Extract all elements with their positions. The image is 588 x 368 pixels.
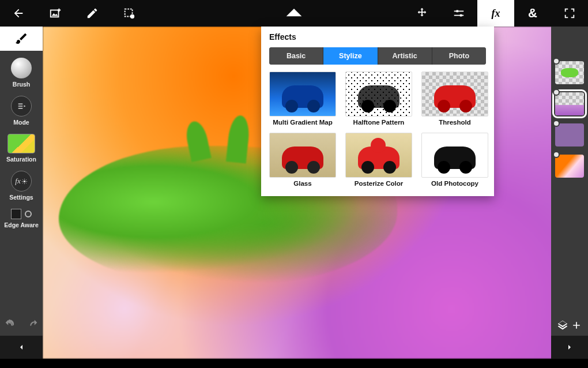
selection-gear-icon xyxy=(123,7,135,20)
right-sidebar xyxy=(551,27,588,359)
settings-label: Settings xyxy=(9,194,33,201)
svg-rect-4 xyxy=(460,14,462,17)
svg-rect-3 xyxy=(456,10,458,13)
effect-item-5[interactable]: Old Photocopy xyxy=(421,133,488,187)
layer-thumb-2[interactable] xyxy=(555,123,584,147)
layer-thumb-1[interactable] xyxy=(555,92,584,115)
effects-tab-basic[interactable]: Basic xyxy=(269,47,323,65)
svg-point-2 xyxy=(130,14,134,18)
image-plus-icon xyxy=(49,7,62,20)
effects-tab-stylize[interactable]: Stylize xyxy=(323,47,378,65)
effect-label: Halftone Pattern xyxy=(353,119,405,126)
saturation-icon xyxy=(7,134,35,153)
mode-label: Mode xyxy=(13,119,29,126)
effect-thumb xyxy=(421,133,488,178)
back-button[interactable] xyxy=(0,0,37,27)
layer-thumb-3[interactable] xyxy=(555,155,584,178)
add-image-button[interactable] xyxy=(37,0,74,27)
adjustments-button[interactable] xyxy=(440,0,477,27)
svg-rect-0 xyxy=(51,10,59,17)
top-toolbar: fx & xyxy=(0,0,588,27)
brush-size-icon xyxy=(11,58,32,78)
layers-button[interactable] xyxy=(557,320,568,331)
chevron-right-icon xyxy=(565,343,574,352)
layer-visibility-icon[interactable] xyxy=(553,89,560,96)
system-bar xyxy=(0,359,588,368)
effect-label: Old Photocopy xyxy=(431,180,478,187)
effect-thumb xyxy=(269,133,336,178)
ampersand-button[interactable]: & xyxy=(514,0,551,27)
selection-button[interactable] xyxy=(111,0,148,27)
settings-tool[interactable]: fx Settings xyxy=(0,168,43,204)
effects-button[interactable]: fx xyxy=(477,0,514,27)
fullscreen-icon xyxy=(563,7,576,20)
left-collapse-button[interactable] xyxy=(0,336,43,359)
effect-item-0[interactable]: Multi Gradient Map xyxy=(269,72,336,126)
effect-label: Posterize Color xyxy=(355,180,403,187)
effect-label: Threshold xyxy=(439,119,471,126)
effect-label: Multi Gradient Map xyxy=(273,119,333,126)
redo-button[interactable] xyxy=(27,317,39,330)
saturation-tool[interactable]: Saturation xyxy=(0,132,43,166)
ampersand-icon: & xyxy=(528,6,537,21)
effect-thumb xyxy=(421,72,488,117)
effects-tab-bar: Basic Stylize Artistic Photo xyxy=(269,47,486,65)
effect-item-3[interactable]: Glass xyxy=(269,133,336,187)
brush-tab[interactable] xyxy=(0,27,43,51)
edge-aware-label: Edge Aware xyxy=(4,221,39,228)
move-icon xyxy=(416,7,428,20)
effect-item-2[interactable]: Threshold xyxy=(421,72,488,126)
panel-expand-button[interactable] xyxy=(276,0,312,27)
effects-title: Effects xyxy=(269,32,486,42)
effects-tab-photo[interactable]: Photo xyxy=(432,47,486,65)
effect-thumb xyxy=(345,72,412,117)
brush-icon xyxy=(14,32,28,46)
layer-visibility-icon[interactable] xyxy=(553,58,560,65)
sliders-icon xyxy=(453,7,465,20)
effect-thumb xyxy=(269,72,336,117)
fx-icon: fx xyxy=(492,7,500,20)
layer-visibility-icon[interactable] xyxy=(553,151,560,158)
edge-aware-tool[interactable]: Edge Aware xyxy=(0,206,43,232)
undo-button[interactable] xyxy=(3,317,16,330)
effects-grid: Multi Gradient MapHalftone PatternThresh… xyxy=(269,72,486,187)
brush-label: Brush xyxy=(13,81,30,88)
left-sidebar: Brush Mode Saturation fx Settings xyxy=(0,27,43,359)
pencil-icon xyxy=(86,7,99,20)
chevron-left-icon xyxy=(17,343,26,352)
brush-tool[interactable]: Brush xyxy=(0,55,43,91)
mode-tool[interactable]: Mode xyxy=(0,93,43,129)
effects-tab-artistic[interactable]: Artistic xyxy=(378,47,432,65)
effect-item-1[interactable]: Halftone Pattern xyxy=(345,72,412,126)
mode-icon xyxy=(11,96,32,117)
fullscreen-button[interactable] xyxy=(551,0,588,27)
settings-icon: fx xyxy=(11,171,32,191)
arrow-left-icon xyxy=(12,7,25,20)
effect-label: Glass xyxy=(293,180,311,187)
effect-item-4[interactable]: Posterize Color xyxy=(345,133,412,187)
app-root: fx & Brush Mode xyxy=(0,0,588,368)
effects-panel: Effects Basic Stylize Artistic Photo Mul… xyxy=(261,27,494,196)
edge-aware-icon xyxy=(11,209,32,219)
add-layer-button[interactable] xyxy=(571,320,582,331)
layer-visibility-icon[interactable] xyxy=(553,120,560,127)
pencil-button[interactable] xyxy=(74,0,111,27)
right-collapse-button[interactable] xyxy=(551,336,588,359)
transform-button[interactable] xyxy=(404,0,440,27)
layer-thumb-0[interactable] xyxy=(555,61,584,84)
saturation-label: Saturation xyxy=(6,156,36,163)
effect-thumb xyxy=(345,133,412,178)
svg-point-5 xyxy=(23,180,25,182)
